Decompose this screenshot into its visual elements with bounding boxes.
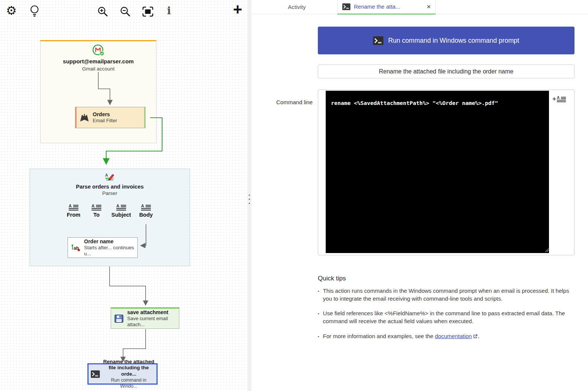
gmail-icon [41, 43, 156, 57]
command-line-label: Command line [251, 99, 313, 105]
node-title: Order name [84, 238, 134, 245]
text-field-icon: A [91, 204, 102, 210]
tab-close-icon[interactable]: × [427, 3, 431, 10]
order-name-field-node[interactable]: ab Order name Starts after... continues … [68, 237, 138, 258]
add-field-button[interactable]: + A [552, 95, 566, 103]
floppy-disk-icon [114, 314, 124, 323]
text-field-icon: A [556, 95, 566, 103]
parser-subtitle: Parser [30, 190, 189, 197]
external-link-icon [473, 333, 478, 339]
tab-rename-action[interactable]: Rename the atta... × [337, 0, 436, 15]
terminal-icon [342, 3, 350, 10]
tab-bar: Activity Rename the atta... × [251, 0, 588, 14]
parser-field-body[interactable]: A Body [131, 204, 161, 218]
zoom-out-icon[interactable] [120, 6, 131, 17]
drag-dot [249, 203, 250, 204]
node-title-line2: file including the orde... [103, 365, 154, 378]
tip-item: ▪ This action runs commands in the Windo… [318, 287, 571, 303]
email-filter-icon [80, 113, 89, 123]
source-type-label: Gmail account [41, 66, 156, 72]
text-field-icon: A [141, 204, 151, 210]
svg-text:A: A [141, 204, 144, 208]
parser-title: Parse orders and invoices [30, 183, 189, 190]
svg-text:A: A [116, 204, 119, 208]
node-title: save attachment [127, 309, 176, 316]
tip-item: ▪ For more information and examples, see… [318, 333, 571, 340]
terminal-icon [373, 36, 383, 45]
command-textarea[interactable]: rename <%SavedAttachmentPath%> "<%Order … [326, 91, 549, 253]
tip-item: ▪ Use field references like <%FieldName%… [318, 310, 571, 325]
tip-text: This action runs commands in the Windows… [323, 287, 571, 303]
bullet-icon: ▪ [318, 333, 319, 340]
zoom-in-icon[interactable] [97, 6, 108, 17]
field-label: Body [131, 212, 161, 218]
node-title: Orders [93, 111, 117, 118]
node-title-line1: Rename the attached [103, 359, 154, 365]
text-field-icon: A [68, 204, 79, 210]
action-name-input[interactable] [318, 64, 574, 78]
rename-command-node[interactable]: Rename the attached file including the o… [87, 363, 158, 385]
terminal-icon [91, 370, 100, 378]
svg-text:A: A [105, 173, 108, 177]
svg-text:A: A [557, 96, 560, 100]
fit-screen-icon[interactable] [142, 6, 154, 17]
bullet-icon: ▪ [318, 287, 319, 303]
drag-dot [249, 199, 250, 200]
text-field-icon: A [116, 204, 126, 210]
documentation-link[interactable]: documentation [435, 333, 472, 339]
tab-title: Rename the atta... [354, 3, 423, 10]
source-email-label: support@emailparser.com [41, 58, 156, 65]
settings-gear-icon[interactable]: ⚙ [6, 4, 17, 16]
node-subtitle: Save current email attach... [127, 316, 176, 328]
add-node-button[interactable]: + [233, 2, 242, 16]
tab-activity[interactable]: Activity [278, 0, 316, 14]
drag-dot [249, 195, 250, 196]
run-command-label: Run command in Windows command prompt [388, 37, 519, 45]
ideas-lightbulb-icon[interactable] [30, 4, 39, 18]
run-command-button[interactable]: Run command in Windows command prompt [318, 27, 574, 54]
tip3-prefix: For more information and examples, see t… [323, 333, 435, 339]
parser-icon: A [30, 172, 189, 183]
plus-glyph: + [552, 95, 556, 103]
tip-text: For more information and examples, see t… [323, 333, 480, 340]
field-capture-icon: ab [71, 244, 81, 252]
command-line-editor: rename <%SavedAttachmentPath%> "<%Order … [318, 90, 574, 255]
node-subtitle: Run command in Windo... [103, 378, 154, 389]
flow-canvas[interactable]: ⚙ i + support@emailparser.com Gmail a [0, 0, 247, 391]
info-icon[interactable]: i [167, 4, 171, 17]
quick-tips-section: Quick tips ▪ This action runs commands i… [318, 275, 571, 348]
orders-filter-node[interactable]: Orders Email Filter [75, 107, 146, 128]
node-subtitle: Starts after... continues u... [84, 245, 134, 257]
svg-text:A: A [69, 204, 72, 208]
save-attachment-node[interactable]: save attachment Save current email attac… [111, 307, 179, 329]
bullet-icon: ▪ [318, 310, 319, 325]
tip-text: Use field references like <%FieldName%> … [323, 310, 571, 325]
node-subtitle: Email Filter [93, 118, 117, 124]
svg-text:A: A [92, 204, 95, 208]
panel-resize-handle[interactable] [247, 0, 251, 391]
detail-panel: Activity Rename the atta... × Run comman… [251, 0, 588, 391]
tip3-suffix: . [478, 333, 479, 339]
quick-tips-title: Quick tips [318, 275, 571, 282]
